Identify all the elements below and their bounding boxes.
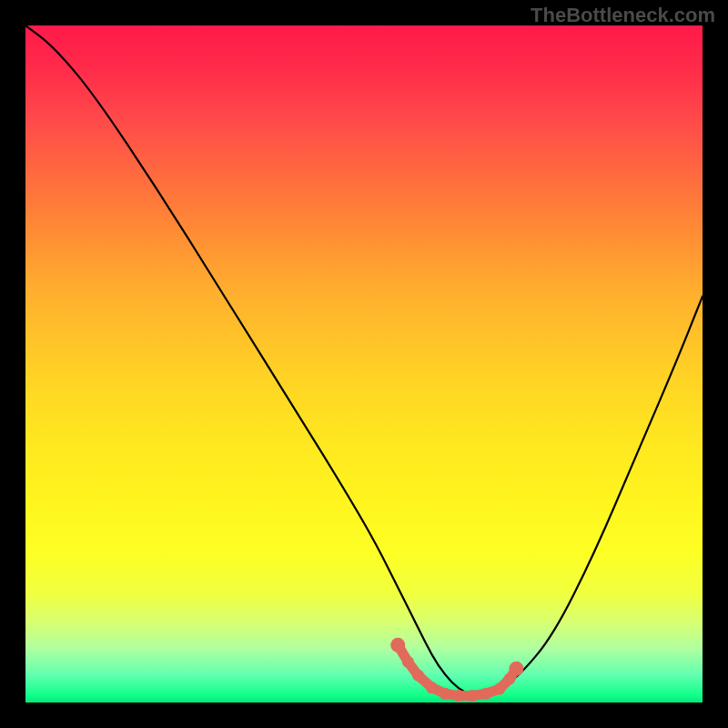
highlight-marker xyxy=(493,683,505,695)
chart-svg-layer xyxy=(25,25,703,703)
highlight-marker xyxy=(509,662,523,676)
highlight-markers xyxy=(390,638,523,702)
chart-plot-area xyxy=(25,25,703,703)
highlight-marker xyxy=(412,670,424,682)
bottleneck-curve xyxy=(25,25,703,696)
highlight-marker xyxy=(453,690,465,702)
highlight-marker xyxy=(440,688,451,700)
highlight-marker xyxy=(426,682,438,693)
highlight-marker xyxy=(467,690,479,702)
watermark-text: TheBottleneck.com xyxy=(531,4,715,27)
highlight-marker xyxy=(480,688,491,700)
highlight-marker xyxy=(402,656,414,668)
highlight-marker xyxy=(390,638,405,652)
